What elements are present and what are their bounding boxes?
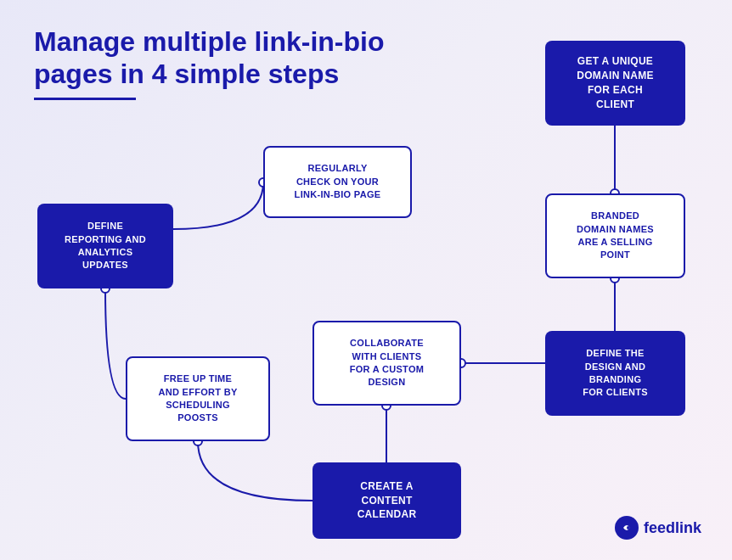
- box-create-content: CREATE ACONTENTCALENDAR: [313, 462, 461, 539]
- box-get-unique-domain: GET A UNIQUEDOMAIN NAMEFOR EACHCLIENT: [545, 41, 685, 126]
- main-container: Manage multiple link-in-bio pages in 4 s…: [0, 0, 732, 560]
- box-regularly-check: REGULARLYCHECK ON YOURLINK-IN-BIO PAGE: [263, 146, 412, 218]
- feedlink-icon: [615, 516, 639, 540]
- box-collaborate: COLLABORATEWITH CLIENTSFOR A CUSTOMDESIG…: [313, 321, 461, 406]
- svg-point-11: [627, 526, 630, 529]
- box-branded-domain: BRANDEDDOMAIN NAMESARE A SELLINGPOINT: [545, 193, 685, 278]
- feedlink-logo: feedlink: [615, 516, 701, 540]
- box-define-reporting: DEFINEREPORTING ANDANALYTICSUPDATES: [37, 204, 173, 288]
- feedlink-text: feedlink: [644, 519, 701, 537]
- page-title: Manage multiple link-in-bio pages in 4 s…: [34, 25, 391, 91]
- box-define-design: DEFINE THEDESIGN ANDBRANDINGFOR CLIENTS: [545, 331, 685, 416]
- title-underline: [34, 98, 136, 100]
- box-free-up-time: FREE UP TIMEAND EFFORT BYSCHEDULINGPOOST…: [126, 356, 270, 441]
